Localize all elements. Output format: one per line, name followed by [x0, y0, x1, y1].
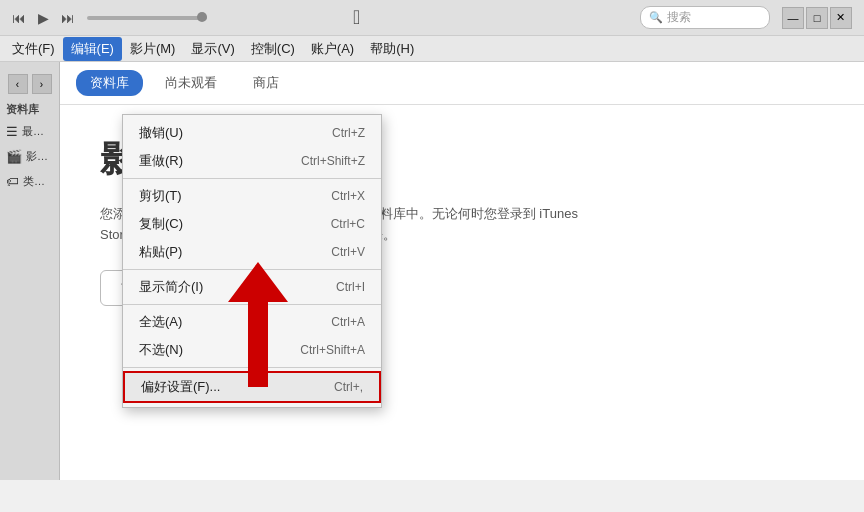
- menu-cut-label: 剪切(T): [139, 187, 182, 205]
- search-icon: 🔍: [649, 11, 663, 24]
- menu-preferences[interactable]: 偏好设置(F)... Ctrl+,: [123, 371, 381, 403]
- sidebar-back-button[interactable]: ‹: [8, 74, 28, 94]
- categories-icon: 🏷: [6, 174, 19, 189]
- sidebar-item-movies[interactable]: 🎬 影…: [0, 144, 59, 169]
- sidebar-item-movies-label: 影…: [26, 149, 48, 164]
- progress-knob[interactable]: [197, 12, 207, 22]
- menu-info-label: 显示简介(I): [139, 278, 203, 296]
- tabs-bar: 资料库 尚未观看 商店: [60, 62, 864, 105]
- sidebar-item-recent-label: 最…: [22, 124, 44, 139]
- menu-cut-shortcut: Ctrl+X: [331, 189, 365, 203]
- progress-bar: [87, 16, 207, 20]
- menu-redo-shortcut: Ctrl+Shift+Z: [301, 154, 365, 168]
- menu-copy[interactable]: 复制(C) Ctrl+C: [123, 210, 381, 238]
- menu-undo-shortcut: Ctrl+Z: [332, 126, 365, 140]
- menu-bar: 文件(F) 编辑(E) 影片(M) 显示(V) 控制(C) 账户(A) 帮助(H…: [0, 36, 864, 62]
- menu-control[interactable]: 控制(C): [243, 37, 303, 61]
- search-input[interactable]: 搜索: [667, 9, 757, 26]
- search-box[interactable]: 🔍 搜索: [640, 6, 770, 29]
- sidebar-navigation: ‹ ›: [0, 70, 59, 98]
- recent-icon: ☰: [6, 124, 18, 139]
- menu-copy-label: 复制(C): [139, 215, 183, 233]
- menu-copy-shortcut: Ctrl+C: [331, 217, 365, 231]
- content-area: 资料库 尚未观看 商店 影片 您添加到 iTunes 的影片和家庭视频显示在影片…: [60, 62, 864, 480]
- minimize-button[interactable]: —: [782, 7, 804, 29]
- sidebar-forward-button[interactable]: ›: [32, 74, 52, 94]
- separator-4: [123, 367, 381, 368]
- menu-info[interactable]: 显示简介(I) Ctrl+I: [123, 273, 381, 301]
- menu-edit[interactable]: 编辑(E): [63, 37, 122, 61]
- tab-store[interactable]: 商店: [239, 70, 293, 96]
- apple-logo: : [353, 6, 360, 29]
- sidebar-section-label: 资料库: [0, 98, 59, 119]
- movies-icon: 🎬: [6, 149, 22, 164]
- maximize-button[interactable]: □: [806, 7, 828, 29]
- menu-file[interactable]: 文件(F): [4, 37, 63, 61]
- menu-preferences-shortcut: Ctrl+,: [334, 380, 363, 394]
- fastforward-button[interactable]: ⏭: [61, 10, 75, 26]
- menu-deselect-shortcut: Ctrl+Shift+A: [300, 343, 365, 357]
- menu-redo[interactable]: 重做(R) Ctrl+Shift+Z: [123, 147, 381, 175]
- menu-undo[interactable]: 撤销(U) Ctrl+Z: [123, 119, 381, 147]
- separator-2: [123, 269, 381, 270]
- menu-view[interactable]: 显示(V): [183, 37, 242, 61]
- menu-select-all-shortcut: Ctrl+A: [331, 315, 365, 329]
- sidebar-item-categories-label: 类…: [23, 174, 45, 189]
- tab-unwatched[interactable]: 尚未观看: [151, 70, 231, 96]
- main-layout: ‹ › 资料库 ☰ 最… 🎬 影… 🏷 类… 资料库 尚未观看 商店 影片 您添…: [0, 62, 864, 480]
- menu-undo-label: 撤销(U): [139, 124, 183, 142]
- play-button[interactable]: ▶: [38, 10, 49, 26]
- tab-library[interactable]: 资料库: [76, 70, 143, 96]
- sidebar-item-categories[interactable]: 🏷 类…: [0, 169, 59, 194]
- menu-deselect[interactable]: 不选(N) Ctrl+Shift+A: [123, 336, 381, 364]
- menu-help[interactable]: 帮助(H): [362, 37, 422, 61]
- menu-cut[interactable]: 剪切(T) Ctrl+X: [123, 182, 381, 210]
- separator-3: [123, 304, 381, 305]
- sidebar-item-recent[interactable]: ☰ 最…: [0, 119, 59, 144]
- sidebar: ‹ › 资料库 ☰ 最… 🎬 影… 🏷 类…: [0, 62, 60, 480]
- menu-account[interactable]: 账户(A): [303, 37, 362, 61]
- menu-deselect-label: 不选(N): [139, 341, 183, 359]
- menu-paste-shortcut: Ctrl+V: [331, 245, 365, 259]
- menu-select-all[interactable]: 全选(A) Ctrl+A: [123, 308, 381, 336]
- player-bar: ⏮ ▶ ⏭  🔍 搜索 — □ ✕: [0, 0, 864, 36]
- menu-select-all-label: 全选(A): [139, 313, 182, 331]
- separator-1: [123, 178, 381, 179]
- rewind-button[interactable]: ⏮: [12, 10, 26, 26]
- menu-movie[interactable]: 影片(M): [122, 37, 184, 61]
- close-button[interactable]: ✕: [830, 7, 852, 29]
- menu-paste-label: 粘贴(P): [139, 243, 182, 261]
- menu-preferences-label: 偏好设置(F)...: [141, 378, 220, 396]
- menu-paste[interactable]: 粘贴(P) Ctrl+V: [123, 238, 381, 266]
- window-controls: — □ ✕: [782, 7, 852, 29]
- edit-dropdown-menu: 撤销(U) Ctrl+Z 重做(R) Ctrl+Shift+Z 剪切(T) Ct…: [122, 114, 382, 408]
- menu-info-shortcut: Ctrl+I: [336, 280, 365, 294]
- menu-redo-label: 重做(R): [139, 152, 183, 170]
